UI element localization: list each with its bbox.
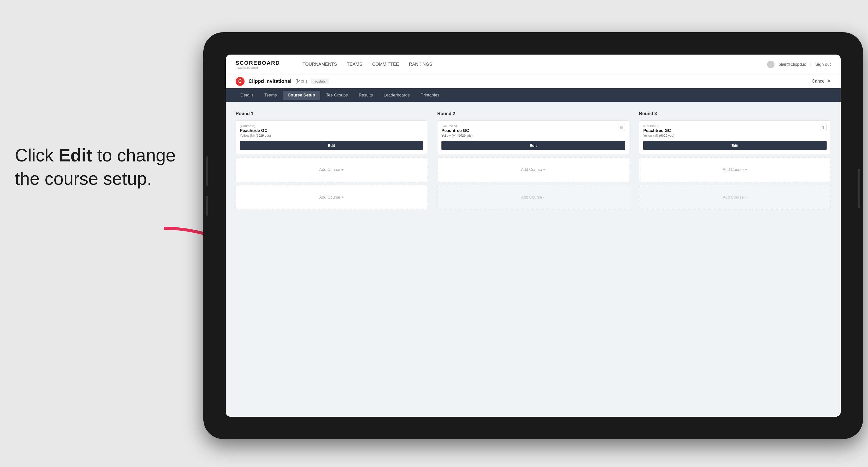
round-2-course-header: (Course A) Peachtree GC 🗑 [437,121,629,134]
tab-leaderboards[interactable]: Leaderboards [379,91,415,100]
nav-right: blair@clippd.io | Sign out [767,61,831,68]
round-1-header: Round 1 [236,111,427,116]
logo-sub: Powered by clippd [236,66,258,69]
round-3-course-header: (Course A) Peachtree GC 🗑 [639,121,831,134]
nav-separator: | [810,62,811,67]
round-2-column: Round 2 (Course A) Peachtree GC 🗑 Yellow… [437,111,629,213]
tab-tee-groups[interactable]: Tee Groups [321,91,353,100]
round-1-edit-button[interactable]: Edit [240,141,423,150]
round-2-course-detail: Yellow (M) (6629 yds) [437,134,629,141]
round-1-column: Round 1 (Course A) Peachtree GC Yellow (… [236,111,427,213]
round-1-course-card: (Course A) Peachtree GC Yellow (M) (6629… [236,120,427,154]
rounds-grid: Round 1 (Course A) Peachtree GC Yellow (… [236,111,831,213]
round-3-edit-button[interactable]: Edit [643,141,827,150]
round-1-course-name: Peachtree GC [240,128,268,133]
round-2-delete-icon[interactable]: 🗑 [618,124,625,131]
user-email: blair@clippd.io [778,62,806,67]
annotation-part1: Click [15,145,59,165]
nav-committee[interactable]: COMMITTEE [372,61,399,68]
tab-printables[interactable]: Printables [416,91,444,100]
round-3-course-detail: Yellow (M) (6629 yds) [639,134,831,141]
round-2-add-course-2: Add Course + [437,185,629,210]
round-3-delete-icon[interactable]: 🗑 [819,124,827,131]
sign-out-link[interactable]: Sign out [815,62,831,67]
round-3-course-label: (Course A) [643,124,671,128]
round-1-add-course-1[interactable]: Add Course + [236,157,427,182]
nav-rankings[interactable]: RANKINGS [409,61,432,68]
top-nav-links: TOURNAMENTS TEAMS COMMITTEE RANKINGS [303,61,755,68]
tablet-screen: SCOREBOARD Powered by clippd TOURNAMENTS… [226,55,841,417]
round-2-course-label: (Course A) [441,124,469,128]
nav-tournaments[interactable]: TOURNAMENTS [303,61,337,68]
round-1-course-detail: Yellow (M) (6629 yds) [236,134,427,141]
user-avatar [767,61,775,68]
round-2-header: Round 2 [437,111,629,116]
round-3-column: Round 3 (Course A) Peachtree GC 🗑 Yellow… [639,111,831,213]
clippd-icon: C [236,77,245,86]
tournament-gender: (Men) [296,79,307,84]
nav-teams[interactable]: TEAMS [347,61,362,68]
round-1-add-course-2[interactable]: Add Course + [236,185,427,210]
round-3-course-card: (Course A) Peachtree GC 🗑 Yellow (M) (66… [639,120,831,154]
tab-nav: Details Teams Course Setup Tee Groups Re… [226,88,841,102]
tab-course-setup[interactable]: Course Setup [283,91,320,100]
tournament-bar: C Clippd Invitational (Men) Hosting Canc… [226,74,841,88]
tournament-badge: Hosting [311,79,329,84]
tab-teams[interactable]: Teams [259,91,282,100]
round-3-header: Round 3 [639,111,831,116]
round-2-course-card: (Course A) Peachtree GC 🗑 Yellow (M) (66… [437,120,629,154]
tablet-frame: SCOREBOARD Powered by clippd TOURNAMENTS… [204,32,863,439]
logo-scoreboard: SCOREBOARD [236,60,280,66]
tab-results[interactable]: Results [354,91,378,100]
tab-details[interactable]: Details [236,91,258,100]
tournament-name: Clippd Invitational [248,79,291,84]
annotation-text: Click Edit to change the course setup. [15,144,188,190]
tournament-left: C Clippd Invitational (Men) Hosting [236,77,329,86]
round-2-edit-button[interactable]: Edit [441,141,625,150]
top-nav: SCOREBOARD Powered by clippd TOURNAMENTS… [226,55,841,74]
cancel-button[interactable]: Cancel ✕ [812,79,831,84]
round-2-add-course-1[interactable]: Add Course + [437,157,629,182]
logo-area: SCOREBOARD Powered by clippd [236,60,290,69]
annotation-bold: Edit [59,145,92,165]
round-3-add-course-2: Add Course + [639,185,831,210]
main-content: Round 1 (Course A) Peachtree GC Yellow (… [226,102,841,417]
round-1-course-label: (Course A) [240,124,268,128]
round-2-course-name: Peachtree GC [441,128,469,133]
round-1-course-header: (Course A) Peachtree GC [236,121,427,134]
round-3-add-course-1[interactable]: Add Course + [639,157,831,182]
round-3-course-name: Peachtree GC [643,128,671,133]
